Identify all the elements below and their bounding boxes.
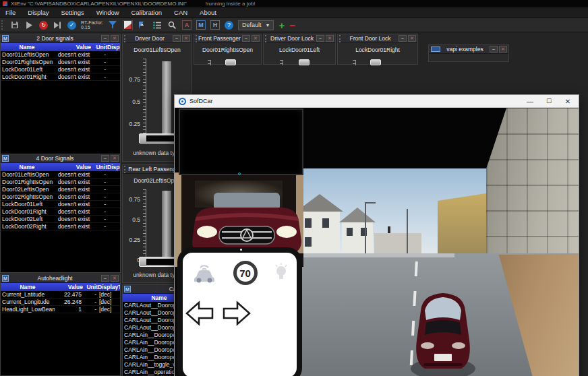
slider-axis	[143, 59, 146, 144]
table-row[interactable]: Door01RightIsOpendoesn't exist-	[1, 179, 120, 186]
table-row[interactable]: LockDoor01Leftdoesn't exist-	[1, 66, 120, 73]
table-row[interactable]: Door01RightIsOpendoesn't exist-	[1, 59, 120, 66]
panel-titlebar[interactable]: M 2 Door signals – ✕	[1, 34, 120, 43]
tick-label: 0.5	[124, 216, 140, 223]
column-header: Unit	[91, 43, 107, 51]
display-sheet-icon[interactable]	[123, 20, 133, 30]
step-icon[interactable]	[53, 20, 63, 30]
add-sheet-button[interactable]: +	[278, 20, 285, 30]
minimize-button[interactable]: –	[399, 35, 407, 42]
turn-left-arrow[interactable]	[185, 300, 215, 327]
run-icon[interactable]	[24, 20, 34, 30]
slider-handle[interactable]	[225, 59, 236, 65]
menu-settings[interactable]: Settings	[61, 9, 84, 16]
traffic-light	[388, 226, 390, 233]
table-row[interactable]: LockDoor02Leftdoesn't exist-	[1, 216, 120, 223]
minimize-button[interactable]: –	[242, 35, 250, 42]
minimize-button[interactable]: –	[101, 35, 109, 42]
panel-titlebar[interactable]: Driver Door – ✕	[123, 34, 192, 43]
table-cell: -	[91, 208, 107, 215]
turn-right-arrow[interactable]	[221, 300, 251, 327]
slider-handle[interactable]	[370, 59, 381, 65]
remove-sheet-button[interactable]: −	[289, 20, 295, 30]
table-row[interactable]: LockDoor02Rightdoesn't exist-	[1, 223, 120, 230]
table-row[interactable]: Current_Latitude22.475-[dec]	[1, 291, 120, 299]
table-empty-area	[1, 81, 120, 154]
close-button[interactable]: ✕	[499, 46, 507, 53]
menu-display[interactable]: Display	[28, 9, 49, 16]
table-row[interactable]: Door02RightIsOpendoesn't exist-	[1, 193, 120, 201]
minimize-button[interactable]: –	[173, 35, 181, 42]
panel-titlebar[interactable]: Front Door Lock – ✕	[338, 34, 417, 43]
table-row[interactable]: Door01LeftIsOpendoesn't exist-	[1, 171, 120, 179]
panel-titlebar[interactable]: Front Passenger D... – ✕	[194, 34, 261, 43]
search-icon[interactable]	[167, 20, 177, 30]
minimize-button[interactable]: –	[101, 155, 109, 162]
table-cell: doesn't exist	[53, 216, 91, 222]
close-icon[interactable]: ✕	[564, 98, 572, 105]
sofdcar-titlebar[interactable]: SofDCar — ☐ ✕	[175, 95, 579, 108]
minimize-button[interactable]: –	[316, 35, 324, 42]
slider-handle[interactable]	[299, 59, 310, 65]
table-row[interactable]: HeadLight_LowBeam1-[dec]	[1, 306, 120, 313]
table-header: NameValueUnitDispl	[1, 43, 120, 51]
panel-titlebar[interactable]: M 4 Door Signals – ✕	[1, 154, 120, 163]
menu-file[interactable]: File	[5, 9, 16, 16]
save-icon[interactable]	[9, 20, 20, 30]
menu-calibration[interactable]: Calibration	[131, 9, 162, 16]
realtime-check-icon[interactable]: ✓	[67, 21, 76, 30]
table-cell: -	[83, 291, 98, 298]
table-row[interactable]: LockDoor01Leftdoesn't exist-	[1, 201, 120, 208]
table-cell	[107, 73, 120, 80]
minimize-button[interactable]: –	[490, 46, 498, 53]
maximize-icon[interactable]: ☐	[545, 98, 553, 105]
toolbar-grip[interactable]	[1, 20, 3, 30]
panel-titlebar[interactable]: Driver Door Lock – ✕	[264, 34, 335, 43]
measure-window-icon[interactable]: M	[196, 20, 206, 30]
close-button[interactable]: ✕	[111, 35, 119, 42]
panel-titlebar[interactable]: M Autoheadlight – ✕	[1, 274, 120, 283]
close-button[interactable]: ✕	[182, 35, 190, 42]
minimize-icon[interactable]: —	[526, 98, 534, 105]
table-row[interactable]: Door02LeftIsOpendoesn't exist-	[1, 186, 120, 193]
close-button[interactable]: ✕	[111, 155, 119, 162]
panel-titlebar[interactable]: vapi examples – ✕	[429, 45, 508, 54]
flag-icon[interactable]	[138, 20, 148, 30]
table-cell	[107, 179, 120, 185]
table-cell	[107, 208, 120, 215]
table-cell: Current_Longitude	[1, 299, 55, 305]
panel-autoheadlight: M Autoheadlight – ✕ NameValueUnitDisplay…	[0, 274, 121, 376]
menu-about[interactable]: About	[200, 9, 216, 16]
slider-track[interactable]	[162, 191, 171, 258]
xilenv-app: XilEnv "C:\VAPISANDBOX\CARLAOPENXIL\OPEN…	[0, 0, 588, 376]
hex-window-icon[interactable]: H	[210, 20, 220, 30]
list-icon[interactable]	[152, 20, 163, 30]
slider-track[interactable]	[162, 61, 171, 135]
table-cell: -	[91, 223, 107, 230]
close-button[interactable]: ✕	[252, 35, 260, 42]
window-titlebar[interactable]: XilEnv "C:\VAPISANDBOX\CARLAOPENXIL\OPEN…	[0, 0, 588, 7]
table-cell: 26.248	[55, 299, 83, 305]
minimize-button[interactable]: –	[101, 275, 109, 282]
close-button[interactable]: ✕	[326, 35, 334, 42]
menu-window[interactable]: Window	[96, 9, 119, 16]
column-header: Unit	[83, 283, 98, 291]
help-icon[interactable]: ?	[225, 21, 233, 30]
house-roof	[339, 208, 376, 222]
close-button[interactable]: ✕	[408, 35, 416, 42]
error-log-icon[interactable]: A	[182, 20, 192, 30]
table-row[interactable]: LockDoor01Rightdoesn't exist-	[1, 208, 120, 216]
scheme-select[interactable]: Default ▼	[238, 20, 274, 30]
table-row[interactable]: Door01LeftIsOpendoesn't exist-	[1, 51, 120, 59]
carla-3d-viewport[interactable]: 70	[175, 108, 579, 376]
column-header: Unit	[91, 163, 107, 171]
panel-title: Driver Door Lock	[268, 35, 316, 42]
table-cell: LockDoor01Left	[1, 66, 53, 73]
table-row[interactable]: LockDoor01Rightdoesn't exist-	[1, 73, 120, 81]
filter-icon[interactable]	[108, 20, 118, 30]
stop-record-icon[interactable]: ↻	[39, 21, 48, 30]
close-button[interactable]: ✕	[111, 275, 119, 282]
sofdcar-logo-icon	[179, 98, 186, 105]
table-row[interactable]: Current_Longitude26.248-[dec]	[1, 299, 120, 306]
menu-can[interactable]: CAN	[174, 9, 187, 16]
